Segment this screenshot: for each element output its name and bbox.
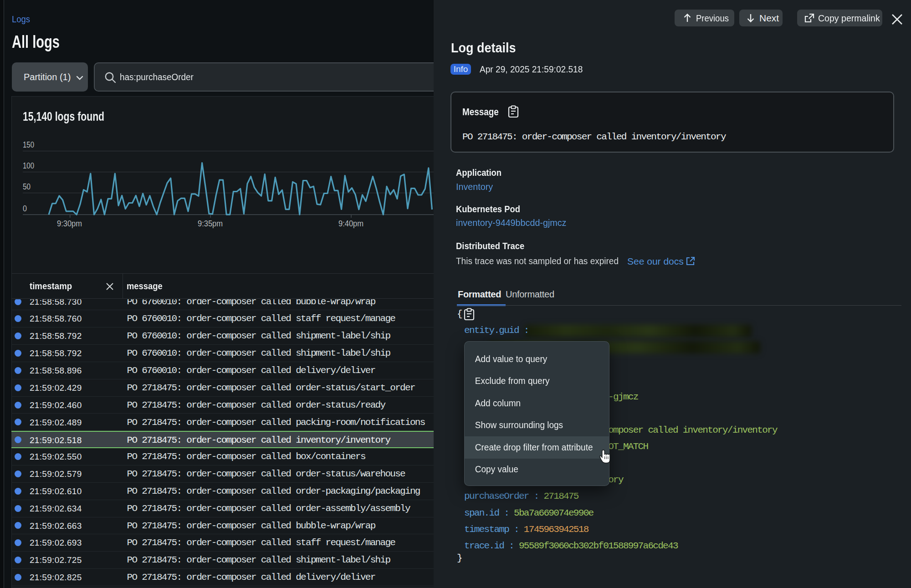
svg-text:150: 150	[23, 140, 34, 149]
svg-text:9:35pm: 9:35pm	[198, 219, 223, 228]
svg-text:9:30pm: 9:30pm	[57, 219, 82, 228]
svg-text:100: 100	[23, 161, 34, 170]
svg-text:0: 0	[23, 204, 27, 213]
svg-text:9:40pm: 9:40pm	[338, 219, 363, 228]
svg-text:50: 50	[23, 182, 31, 191]
